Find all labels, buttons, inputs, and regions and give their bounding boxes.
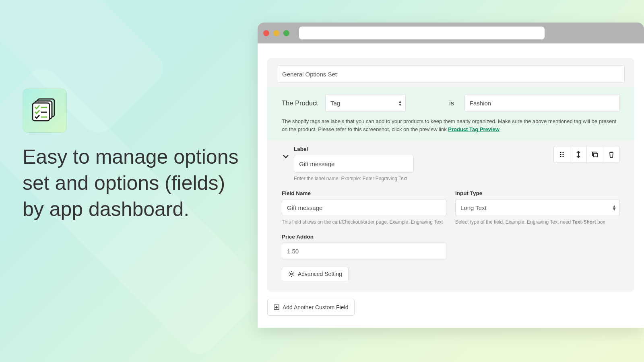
- field-name-title: Field Name: [282, 190, 446, 196]
- svg-point-8: [560, 154, 561, 155]
- add-custom-field-label: Add Another Custom Field: [283, 304, 348, 311]
- select-chevron-icon: ▴▾: [613, 204, 615, 211]
- collapse-toggle[interactable]: [282, 152, 290, 160]
- svg-point-10: [560, 156, 561, 157]
- field-name-value: Gift message: [287, 204, 322, 211]
- label-title: Label: [294, 146, 414, 152]
- svg-rect-13: [594, 153, 597, 157]
- copy-icon[interactable]: [586, 146, 603, 163]
- svg-point-7: [562, 152, 564, 153]
- input-type-value: Long Text: [460, 204, 487, 211]
- rule-help-text: The shopify tags are labels that you can…: [282, 117, 620, 133]
- label-hint: Enter the label name. Example: Enter Eng…: [294, 176, 414, 181]
- price-addon-title: Price Addon: [282, 234, 446, 240]
- input-type-select[interactable]: Long Text ▴▾: [455, 199, 620, 216]
- advanced-setting-label: Advanced Setting: [298, 271, 342, 277]
- svg-point-6: [560, 152, 561, 153]
- app-window: General Options Set The Product Tag ▴▾ i…: [258, 23, 644, 328]
- select-chevron-icon: ▴▾: [399, 100, 401, 106]
- window-close-icon[interactable]: [263, 30, 269, 36]
- field-name-input[interactable]: Gift message: [282, 199, 446, 216]
- gear-icon: [288, 271, 295, 277]
- marketing-headline: Easy to manage options set and options (…: [23, 144, 248, 222]
- drag-handle-icon[interactable]: [553, 146, 570, 163]
- svg-point-14: [291, 273, 293, 275]
- svg-point-11: [562, 156, 564, 157]
- label-input[interactable]: Gift message: [294, 155, 414, 173]
- option-set-name-value: General Options Set: [282, 71, 337, 78]
- rule-value: Fashion: [470, 100, 491, 107]
- input-type-title: Input Type: [455, 190, 620, 196]
- price-addon-value: 1.50: [287, 248, 299, 255]
- rule-value-input[interactable]: Fashion: [464, 94, 620, 112]
- window-maximize-icon[interactable]: [283, 30, 289, 36]
- add-custom-field-button[interactable]: Add Another Custom Field: [267, 299, 355, 316]
- option-set-name-input[interactable]: General Options Set: [277, 65, 625, 83]
- rule-selector[interactable]: Tag ▴▾: [325, 94, 406, 112]
- app-icon: [23, 88, 67, 133]
- label-value: Gift message: [299, 160, 334, 167]
- rule-selector-value: Tag: [330, 100, 340, 107]
- advanced-setting-button[interactable]: Advanced Setting: [282, 267, 349, 281]
- window-minimize-icon[interactable]: [273, 30, 279, 36]
- plus-icon: [274, 304, 279, 310]
- delete-icon[interactable]: [603, 146, 620, 163]
- field-name-hint: This field shows on the cart/Checkout/or…: [282, 219, 446, 225]
- input-type-hint: Select type of the field. Example: Engra…: [455, 219, 620, 225]
- address-bar[interactable]: [299, 27, 545, 39]
- rule-prefix: The Product: [282, 99, 318, 107]
- window-titlebar: [258, 23, 644, 43]
- rule-middle: is: [449, 99, 454, 107]
- product-tag-preview-link[interactable]: Product Tag Preview: [448, 126, 500, 132]
- svg-point-9: [562, 154, 564, 155]
- rule-box: The Product Tag ▴▾ is Fashion The shopif…: [267, 87, 634, 140]
- price-addon-input[interactable]: 1.50: [282, 243, 446, 259]
- reorder-icon[interactable]: [570, 146, 587, 163]
